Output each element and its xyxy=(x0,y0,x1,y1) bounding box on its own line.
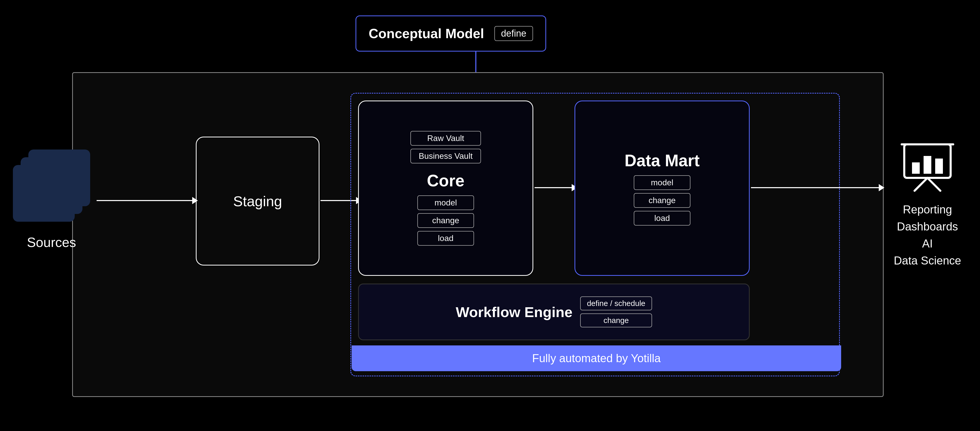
source-card-front xyxy=(13,165,75,222)
datamart-action-badges: model change load xyxy=(634,175,690,225)
define-badge[interactable]: define xyxy=(495,26,533,41)
conceptual-model-label: Conceptual Model xyxy=(369,26,484,41)
svg-rect-1 xyxy=(912,163,920,174)
reporting-icon xyxy=(897,139,958,196)
workflow-badges: define / schedule change xyxy=(580,297,652,327)
automated-bar: Fully automated by Yotilla xyxy=(352,345,841,371)
staging-label: Staging xyxy=(233,193,282,209)
diagram-wrapper: Conceptual Model define Data Platform (E… xyxy=(0,0,980,431)
raw-vault-badge: Raw Vault xyxy=(410,131,481,146)
svg-line-5 xyxy=(928,178,940,191)
sources-label: Sources xyxy=(27,235,76,250)
core-change-badge: change xyxy=(417,213,474,228)
staging-box: Staging xyxy=(196,137,320,265)
vault-badges: Raw Vault Business Vault xyxy=(410,131,481,163)
arrow-datamart-reporting xyxy=(751,187,880,188)
conceptual-model-box: Conceptual Model define xyxy=(356,16,546,51)
workflow-change-badge: change xyxy=(580,313,652,327)
sources-area: Sources xyxy=(5,150,98,250)
workflow-define-badge: define / schedule xyxy=(580,297,652,310)
datamart-box: Data Mart model change load xyxy=(574,101,750,276)
datamart-model-badge: model xyxy=(634,175,690,190)
core-action-badges: model change load xyxy=(417,195,474,246)
reporting-area: Reporting Dashboards AI Data Science xyxy=(884,139,971,269)
business-vault-badge: Business Vault xyxy=(410,149,481,163)
reporting-line-2: Dashboards xyxy=(894,218,961,235)
arrow-core-datamart xyxy=(535,187,573,188)
datamart-load-badge: load xyxy=(634,211,690,225)
reporting-line-4: Data Science xyxy=(894,252,961,269)
arrow-sources-staging xyxy=(97,200,193,201)
reporting-line-1: Reporting xyxy=(894,201,961,218)
svg-line-4 xyxy=(915,178,928,191)
datamart-title: Data Mart xyxy=(624,151,700,170)
datamart-change-badge: change xyxy=(634,193,690,208)
workflow-engine-box: Workflow Engine define / schedule change xyxy=(358,284,750,340)
core-box: Raw Vault Business Vault Core model chan… xyxy=(358,101,533,276)
svg-rect-2 xyxy=(924,156,931,174)
core-model-badge: model xyxy=(417,195,474,210)
sources-stack xyxy=(13,150,90,227)
core-title: Core xyxy=(427,171,465,190)
reporting-text-block: Reporting Dashboards AI Data Science xyxy=(894,201,961,269)
reporting-line-3: AI xyxy=(894,235,961,252)
automated-label: Fully automated by Yotilla xyxy=(532,352,661,365)
workflow-engine-title: Workflow Engine xyxy=(456,304,573,321)
core-load-badge: load xyxy=(417,231,474,246)
svg-rect-3 xyxy=(935,158,943,174)
